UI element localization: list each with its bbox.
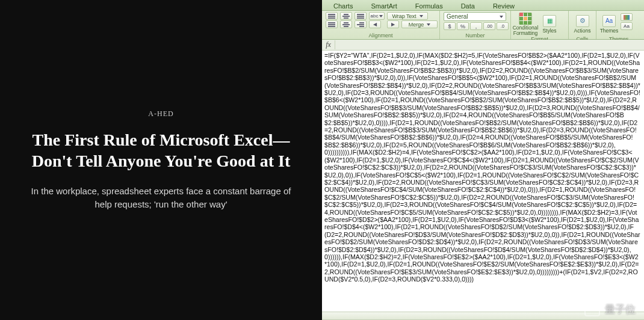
ribbon: abc ◀ Wrap Text ▶ Merge Alignment Genera… xyxy=(322,11,644,40)
actions-icon: ⚙ xyxy=(576,15,589,27)
align-left-button[interactable] xyxy=(326,20,338,28)
align-center-button[interactable] xyxy=(340,20,352,28)
group-format: Conditional Formatting ▦ Styles Format xyxy=(511,11,569,39)
tab-charts[interactable]: Charts xyxy=(324,0,362,10)
number-format-select[interactable]: General xyxy=(444,12,506,21)
theme-colors-button[interactable] xyxy=(621,13,633,21)
theme-fonts-button[interactable]: Aa xyxy=(621,22,633,30)
styles-icon: ▦ xyxy=(543,15,556,27)
watermark-text: 量子位 xyxy=(605,303,636,316)
themes-icon: Aa xyxy=(602,15,616,27)
orientation-button[interactable]: abc xyxy=(369,12,385,20)
percent-button[interactable]: % xyxy=(457,22,469,30)
formula-bar: fx xyxy=(322,40,644,51)
article-dek: In the workplace, spreadsheet experts fa… xyxy=(29,185,294,211)
align-bottom-button[interactable] xyxy=(355,12,367,20)
increase-decimal-button[interactable]: .00 xyxy=(483,22,495,30)
formula-text[interactable]: =IF($Y2="WTA",IF(D2=1,$U2,0),IF(MAX($D2:… xyxy=(322,51,644,312)
conditional-formatting-button[interactable]: Conditional Formatting xyxy=(515,12,536,36)
actions-button[interactable]: ⚙ Actions xyxy=(572,12,592,36)
watermark: 量子位 xyxy=(584,303,636,316)
tab-smartart[interactable]: SmartArt xyxy=(362,0,406,10)
themes-button[interactable]: Aa Themes xyxy=(600,12,618,36)
align-top-button[interactable] xyxy=(326,12,338,20)
group-themes: Aa Themes Aa Themes xyxy=(596,11,641,39)
tab-formulas[interactable]: Formulas xyxy=(406,0,452,10)
currency-button[interactable]: $ xyxy=(444,22,456,30)
decrease-indent-button[interactable]: ◀ xyxy=(369,20,381,28)
increase-indent-button[interactable]: ▶ xyxy=(387,20,399,28)
article-headline: The First Rule of Microsoft Excel—Don't … xyxy=(21,129,301,171)
align-right-button[interactable] xyxy=(355,20,367,28)
article-kicker: A-HED xyxy=(148,109,173,118)
comma-button[interactable]: , xyxy=(470,22,482,30)
watermark-icon xyxy=(584,303,600,316)
merge-button[interactable]: Merge xyxy=(401,20,438,28)
group-cells: ⚙ Actions Cells xyxy=(569,11,596,39)
styles-button[interactable]: ▦ Styles xyxy=(539,12,560,36)
wrap-text-button[interactable]: Wrap Text xyxy=(387,12,428,20)
align-middle-button[interactable] xyxy=(340,12,352,20)
group-alignment-label: Alignment xyxy=(326,32,436,39)
excel-panel: Charts SmartArt Formulas Data Review xyxy=(322,0,644,320)
group-alignment: abc ◀ Wrap Text ▶ Merge Alignment xyxy=(322,11,440,39)
tab-data[interactable]: Data xyxy=(452,0,484,10)
ribbon-tabs: Charts SmartArt Formulas Data Review xyxy=(322,0,644,11)
decrease-decimal-button[interactable]: .0 xyxy=(497,22,509,30)
conditional-formatting-icon xyxy=(519,13,532,25)
group-number: General $ % , .00 .0 Number xyxy=(440,11,511,39)
tab-review[interactable]: Review xyxy=(484,0,524,10)
group-number-label: Number xyxy=(444,32,507,39)
article-panel: A-HED The First Rule of Microsoft Excel—… xyxy=(0,0,322,320)
fx-label[interactable]: fx xyxy=(322,40,335,49)
